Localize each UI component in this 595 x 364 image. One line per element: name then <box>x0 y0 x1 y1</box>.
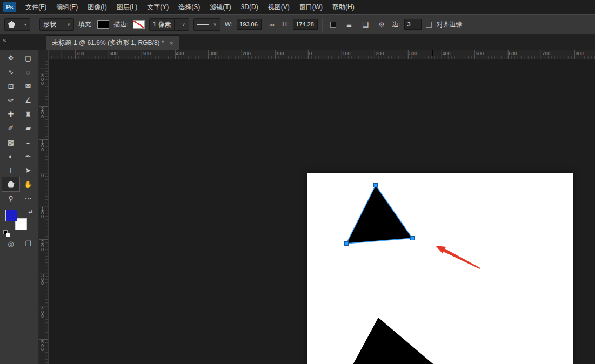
ruler-tool[interactable]: ∠ <box>19 93 37 107</box>
more-tools[interactable]: ⋯ <box>19 191 37 205</box>
quick-mask-button[interactable]: ◎ <box>2 237 19 251</box>
menu-item-5[interactable]: 选择(S) <box>173 0 205 14</box>
h-ruler-label: 0 <box>309 51 312 56</box>
foreground-color-swatch[interactable] <box>5 210 17 221</box>
collapse-panels-icon[interactable]: « <box>3 36 6 44</box>
blur-tool[interactable]: ◒ <box>19 135 37 149</box>
h-ruler-label: 200 <box>376 51 384 56</box>
menu-item-8[interactable]: 视图(V) <box>263 0 295 14</box>
photoshop-window: Ps 文件(F)编辑(E)图像(I)图层(L)文字(Y)选择(S)滤镜(T)3D… <box>0 0 595 364</box>
zoom-tool[interactable]: ⚲ <box>2 191 19 205</box>
h-ruler-label: 300 <box>209 51 217 56</box>
v-ruler-label: 4 0 0 <box>41 307 44 318</box>
path-operations-icon <box>330 22 336 28</box>
eraser-tool[interactable]: ▰ <box>19 121 37 135</box>
brush-tool[interactable]: ✐ <box>2 121 19 135</box>
separator <box>322 18 323 31</box>
move-tool[interactable]: ✥ <box>2 51 19 65</box>
v-ruler-label: 2 0 0 <box>41 107 44 119</box>
shape-height-input[interactable] <box>293 19 318 30</box>
path-selection-tool[interactable]: ➤ <box>19 163 37 177</box>
v-ruler-label: 1 0 0 <box>41 140 44 152</box>
slice-tool[interactable]: ✉ <box>19 79 37 93</box>
preset-caret-icon: ▾ <box>24 22 26 27</box>
h-ruler-label: 100 <box>343 51 351 56</box>
type-tool[interactable]: T <box>2 163 19 177</box>
pen-tool[interactable]: ✒ <box>19 149 37 163</box>
ruler-corner[interactable] <box>39 50 49 59</box>
annotation-arrow-head <box>436 246 446 253</box>
quick-selection-tool[interactable]: ◌ <box>19 65 37 79</box>
stroke-label: 描边: <box>113 20 128 29</box>
path-alignment-button[interactable]: ≣ <box>343 18 355 30</box>
stroke-color-swatch[interactable] <box>133 20 145 29</box>
screen-mode-button[interactable]: ❐ <box>19 237 37 251</box>
h-ruler-label: 700 <box>542 51 550 56</box>
polygon-shape-tool[interactable] <box>2 177 19 191</box>
separator <box>35 18 35 31</box>
path-operations-button[interactable] <box>327 18 339 30</box>
healing-brush-tool[interactable]: ✚ <box>2 107 19 121</box>
color-swatches: ⇄ <box>0 208 39 240</box>
stroke-type-dropdown[interactable]: ∨ <box>193 18 220 31</box>
v-ruler-label: 1 0 0 <box>41 207 44 219</box>
menu-item-2[interactable]: 图像(I) <box>83 0 111 14</box>
gear-icon[interactable]: ⚙ <box>376 18 387 30</box>
tool-preset-dropdown[interactable]: ▾ <box>4 18 30 31</box>
path-arrangement-button[interactable]: ❏ <box>359 18 371 30</box>
marquee-tool[interactable]: ▢ <box>19 51 37 65</box>
menu-item-10[interactable]: 帮助(H) <box>327 0 359 14</box>
menu-item-4[interactable]: 文字(Y) <box>142 0 173 14</box>
link-dimensions-icon[interactable]: ∞ <box>266 18 278 30</box>
partial-polygon-shape[interactable] <box>349 318 442 364</box>
h-ruler-label: 300 <box>409 51 417 56</box>
horizontal-ruler[interactable]: 7006005004003002001000100200300400500600… <box>49 50 595 59</box>
fill-color-swatch[interactable] <box>97 20 109 29</box>
h-ruler-label: 600 <box>109 51 117 56</box>
tool-mode-value: 形状 <box>43 20 56 29</box>
clone-stamp-tool[interactable]: ♜ <box>19 107 37 121</box>
menu-item-1[interactable]: 编辑(E) <box>51 0 83 14</box>
h-ruler-label: 700 <box>76 51 84 56</box>
tool-options-bar: ▾ 形状 ∨ 填充: 描边: 1 像素 ∨ ∨ W: ∞ H: ≣ ❏ ⚙ <box>0 14 595 35</box>
anchor-handle[interactable] <box>345 242 349 246</box>
h-ruler-label: 500 <box>143 51 151 56</box>
h-ruler-label: 600 <box>509 51 517 56</box>
chevron-down-icon: ∨ <box>182 22 185 27</box>
anchor-handle[interactable] <box>374 184 378 187</box>
polygon-sides-input[interactable] <box>404 19 422 30</box>
menu-item-0[interactable]: 文件(F) <box>21 0 51 14</box>
dodge-tool[interactable]: ◐ <box>2 149 19 163</box>
canvas[interactable] <box>307 173 573 364</box>
canvas-svg <box>307 173 573 364</box>
height-label: H: <box>282 21 289 28</box>
h-ruler-label: 400 <box>176 51 184 56</box>
menu-item-7[interactable]: 3D(D) <box>236 0 263 14</box>
lasso-tool[interactable]: ∿ <box>2 65 19 79</box>
workspace[interactable] <box>49 59 595 364</box>
vertical-ruler[interactable]: 3 0 02 0 01 0 001 0 02 0 03 0 04 0 05 0 … <box>39 59 49 364</box>
close-icon[interactable]: × <box>170 39 174 46</box>
stroke-width-value: 1 像素 <box>153 20 171 29</box>
menu-item-9[interactable]: 窗口(W) <box>295 0 327 14</box>
document-tab[interactable]: 未标题-1 @ 61.6% (多边形 1, RGB/8) * × <box>46 35 179 50</box>
swap-colors-icon[interactable]: ⇄ <box>28 208 32 214</box>
selected-polygon-shape[interactable] <box>346 185 412 244</box>
photoshop-logo: Ps <box>3 2 16 12</box>
tool-mode-dropdown[interactable]: 形状 ∨ <box>39 18 74 31</box>
v-ruler-label: 3 0 0 <box>41 274 44 285</box>
stroke-width-dropdown[interactable]: 1 像素 ∨ <box>149 18 189 31</box>
hand-tool[interactable]: ✋ <box>19 177 37 191</box>
width-label: W: <box>225 21 232 28</box>
crop-tool[interactable]: ⊡ <box>2 79 19 93</box>
h-ruler-label: 100 <box>276 51 284 56</box>
anchor-handle[interactable] <box>411 237 415 240</box>
menu-item-3[interactable]: 图层(L) <box>112 0 143 14</box>
gradient-tool[interactable]: ▩ <box>2 135 19 149</box>
align-edges-checkbox[interactable] <box>426 22 432 28</box>
v-ruler-label: 0 <box>41 174 44 178</box>
document-tab-bar: « 未标题-1 @ 61.6% (多边形 1, RGB/8) * × <box>0 35 595 50</box>
eyedropper-tool[interactable]: ✑ <box>2 93 19 107</box>
menu-item-6[interactable]: 滤镜(T) <box>205 0 236 14</box>
shape-width-input[interactable] <box>237 19 262 30</box>
